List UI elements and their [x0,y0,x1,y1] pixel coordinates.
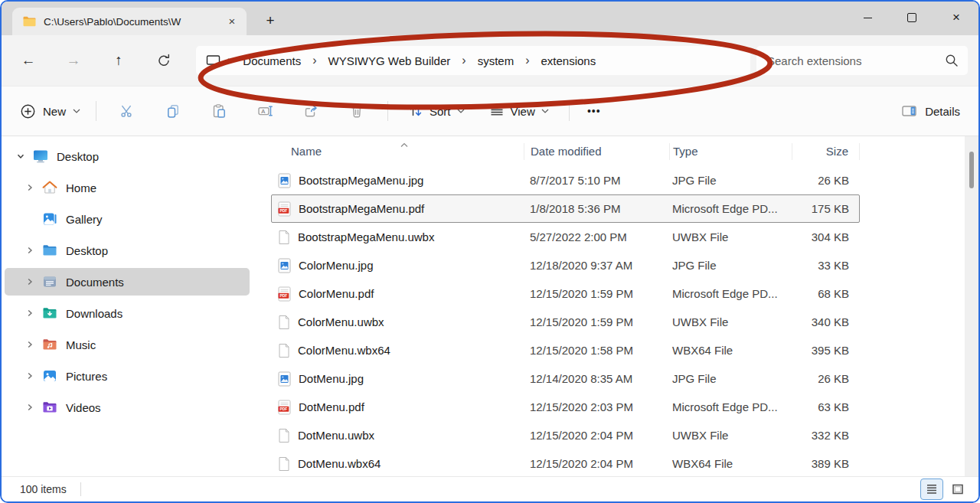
chevron-right-icon[interactable] [24,277,35,286]
new-tab-button[interactable]: + [260,11,280,31]
sidebar-item-gallery[interactable]: Gallery [5,205,250,233]
chevron-right-icon[interactable] [24,403,35,412]
chevron-right-icon[interactable] [24,340,35,349]
file-row-bootstrapmegamenu-pdf[interactable]: PDFBootstrapMegaMenu.pdf1/8/2018 5:36 PM… [271,194,860,223]
sidebar-item-label: Videos [66,401,101,414]
refresh-icon [156,53,172,68]
up-button[interactable]: ↑ [103,45,135,76]
this-pc-icon[interactable] [205,54,221,68]
thumbnail-view-icon [952,484,964,495]
sidebar-item-documents[interactable]: Documents [5,268,250,296]
desktop-monitor-icon [33,149,48,164]
breadcrumb-chevron-icon: › [311,54,318,67]
sidebar-item-home[interactable]: Home [5,174,250,201]
navigation-bar: ← → ↑ ›Documents›WYSIWYG Web Builder›sys… [2,35,978,86]
file-row-dotmenu-pdf[interactable]: PDFDotMenu.pdf12/15/2020 2:03 PMMicrosof… [271,393,860,421]
explorer-tab[interactable]: C:\Users\Pablo\Documents\W × [12,8,247,35]
back-button[interactable]: ← [12,45,44,76]
column-header-size[interactable]: Size [792,143,860,160]
file-row-dotmenu-wbx64[interactable]: DotMenu.wbx6412/15/2020 2:04 PMWBX64 Fil… [271,449,860,478]
vertical-scrollbar[interactable] [965,136,978,476]
breadcrumb-item-extensions[interactable]: extensions [531,51,606,70]
chevron-right-icon[interactable] [24,183,35,192]
file-type: JPG File [669,174,792,187]
sort-label: Sort [430,105,451,118]
toolbar-separator [569,101,570,121]
sidebar-item-label: Documents [66,276,124,289]
chevron-down-icon[interactable] [15,152,26,161]
file-type: Microsoft Edge PD... [669,400,792,413]
maximize-button[interactable] [890,2,934,34]
column-header-type[interactable]: Type [669,143,792,160]
titlebar: C:\Users\Pablo\Documents\W × + × [2,2,978,35]
thumbnail-view-toggle[interactable] [946,479,969,500]
file-row-dotmenu-jpg[interactable]: DotMenu.jpg12/14/2020 8:35 AMJPG File26 … [271,364,860,393]
sidebar-item-label: Desktop [57,150,99,163]
search-box [756,46,968,75]
search-icon[interactable] [945,54,959,67]
file-name: BootstrapMegaMenu.uwbx [298,230,434,243]
jpg-image-icon [278,371,291,387]
paste-button[interactable] [200,95,238,127]
close-button[interactable]: × [934,2,978,34]
file-date-modified: 12/15/2020 1:59 PM [524,287,669,300]
sidebar-item-videos[interactable]: Videos [5,394,250,421]
minimize-button[interactable] [845,2,890,34]
file-row-dotmenu-uwbx[interactable]: DotMenu.uwbx12/15/2020 2:04 PMUWBX File3… [271,421,860,449]
new-button[interactable]: New [12,97,88,126]
sidebar-item-desktop[interactable]: Desktop [5,237,250,264]
sidebar-item-label: Home [66,181,96,194]
more-options-button[interactable]: ••• [577,95,611,127]
file-row-bootstrapmegamenu-jpg[interactable]: BootstrapMegaMenu.jpg8/7/2017 5:10 PMJPG… [271,166,860,194]
scrollbar-thumb[interactable] [969,152,974,188]
breadcrumb: ›Documents›WYSIWYG Web Builder›system›ex… [226,51,606,70]
address-bar[interactable]: ›Documents›WYSIWYG Web Builder›system›ex… [196,46,750,75]
file-date-modified: 12/18/2020 9:37 AM [524,259,669,272]
file-row-colormenu-pdf[interactable]: PDFColorMenu.pdf12/15/2020 1:59 PMMicros… [271,279,860,308]
chevron-right-icon[interactable] [24,246,35,255]
details-label: Details [925,105,960,118]
rename-button[interactable]: A [246,95,284,127]
view-button[interactable]: View [480,97,558,125]
desktop-folder-icon [42,243,57,258]
breadcrumb-item-wysiwyg-web-builder[interactable]: WYSIWYG Web Builder [318,51,461,70]
file-row-colormenu-wbx64[interactable]: ColorMenu.wbx6412/15/2020 1:58 PMWBX64 F… [271,336,860,364]
file-row-colormenu-uwbx[interactable]: ColorMenu.uwbx12/15/2020 1:59 PMUWBX Fil… [271,308,860,336]
generic-file-icon [278,343,290,358]
copy-button[interactable] [154,95,192,127]
column-header-date-modified[interactable]: Date modified [524,143,669,160]
sidebar-item-downloads[interactable]: Downloads [5,299,250,327]
file-date-modified: 5/27/2022 2:00 PM [524,230,669,243]
tab-close-icon[interactable]: × [224,13,240,30]
sort-button[interactable]: Sort [399,97,474,125]
share-button[interactable] [292,95,330,127]
search-input[interactable] [766,54,945,68]
refresh-button[interactable] [148,45,180,76]
sidebar-item-desktop[interactable]: Desktop [5,142,250,170]
chevron-down-icon [73,109,80,113]
status-separator [80,482,81,496]
window-controls: × [845,2,978,34]
file-date-modified: 12/15/2020 2:04 PM [524,429,669,442]
details-button[interactable]: Details [893,97,968,125]
chevron-right-icon[interactable] [24,371,35,381]
file-row-colormenu-jpg[interactable]: ColorMenu.jpg12/18/2020 9:37 AMJPG File3… [271,251,860,279]
forward-button[interactable]: → [57,45,90,76]
file-row-bootstrapmegamenu-uwbx[interactable]: BootstrapMegaMenu.uwbx5/27/2022 2:00 PMU… [271,223,860,251]
sidebar-item-label: Downloads [66,307,122,320]
breadcrumb-item-documents[interactable]: Documents [233,51,311,70]
sidebar-item-pictures[interactable]: Pictures [5,362,250,390]
generic-file-icon [278,456,290,472]
folder-icon [23,16,36,27]
breadcrumb-item-system[interactable]: system [468,51,524,70]
chevron-right-icon[interactable] [24,309,35,318]
column-header-name[interactable]: Name [271,143,524,160]
file-name: BootstrapMegaMenu.pdf [299,202,424,215]
file-date-modified: 12/14/2020 8:35 AM [524,372,669,385]
sidebar-item-music[interactable]: Music [5,331,250,358]
delete-button[interactable] [338,95,376,127]
details-view-toggle[interactable] [920,479,943,500]
file-name: DotMenu.jpg [299,372,364,385]
cut-button[interactable] [108,95,146,127]
file-date-modified: 8/7/2017 5:10 PM [524,174,669,187]
